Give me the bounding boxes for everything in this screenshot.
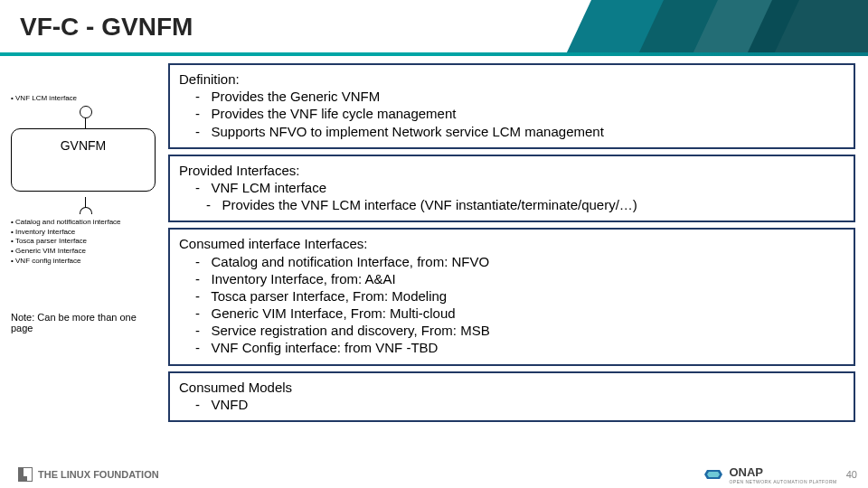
list-item: VNF config interface (11, 257, 160, 267)
page-title: VF-C - GVNFM (20, 13, 193, 42)
linux-foundation-icon (18, 467, 33, 482)
slide-note: Note: Can be more than one page (11, 312, 160, 333)
box-heading: Consumed interface Interfaces: (179, 235, 844, 252)
onap-icon (703, 466, 723, 483)
box-heading: Consumed Models (179, 379, 844, 396)
list-item: Service registration and discovery, From… (195, 322, 844, 339)
list-item: Catalog and notification Interface, from… (195, 253, 844, 270)
box-heading: Definition: (179, 70, 844, 88)
title-underline (0, 52, 868, 56)
lf-prefix: THE (38, 469, 58, 480)
list-item: Generic VIM Interface, From: Multi-cloud (195, 305, 844, 322)
svg-rect-2 (18, 467, 24, 482)
list-item: Provides the VNF LCM interface (VNF inst… (206, 196, 844, 213)
list-item: Tosca parser Interface (11, 237, 160, 247)
page-number: 40 (846, 469, 857, 480)
list-item: Provides the Generic VNFM (195, 88, 844, 105)
provided-interface-mini-list: VNF LCM interface (11, 94, 160, 104)
svg-marker-4 (707, 472, 720, 477)
onap-logo: ONAP OPEN NETWORK AUTOMATION PLATFORM (703, 465, 836, 484)
list-item: VNF Config interface: from VNF -TBD (195, 339, 844, 356)
consumed-models-box: Consumed Models VNFD (168, 371, 855, 422)
list-item: VNF LCM interface (195, 179, 844, 196)
gvnfm-component-box: GVNFM (11, 128, 156, 192)
consumed-interface-mini-list: Catalog and notification interface Inven… (11, 218, 160, 267)
definition-box: Definition: Provides the Generic VNFM Pr… (168, 63, 855, 149)
onap-subtext: OPEN NETWORK AUTOMATION PLATFORM (729, 479, 836, 484)
lf-main: LINUX (61, 469, 90, 480)
gvnfm-box-label: GVNFM (61, 138, 107, 153)
title-decoration (597, 0, 868, 54)
provided-interfaces-box: Provided Interfaces: VNF LCM interface P… (168, 155, 855, 223)
list-item: VNFD (195, 396, 844, 413)
left-diagram: VNF LCM interface GVNFM Catalog and noti… (11, 63, 160, 333)
list-item: Generic VIM Interface (11, 247, 160, 257)
list-item: Provides the VNF life cycle management (195, 105, 844, 122)
linux-foundation-logo: THE LINUX FOUNDATION (18, 467, 159, 482)
list-item: Inventory Interface (11, 228, 160, 238)
onap-text: ONAP (729, 465, 836, 479)
list-item: Supports NFVO to implement Network servi… (195, 123, 844, 140)
list-item: VNF LCM interface (11, 94, 160, 104)
lollipop-icon (11, 106, 160, 129)
box-heading: Provided Interfaces: (179, 162, 844, 179)
consumed-interfaces-box: Consumed interface Interfaces: Catalog a… (168, 228, 855, 365)
list-item: Inventory Interface, from: A&AI (195, 270, 844, 287)
list-item: Tosca parser Interface, From: Modeling (195, 287, 844, 305)
lf-suffix: FOUNDATION (93, 469, 159, 480)
list-item: Catalog and notification interface (11, 218, 160, 228)
half-lollipop-icon (11, 197, 160, 214)
